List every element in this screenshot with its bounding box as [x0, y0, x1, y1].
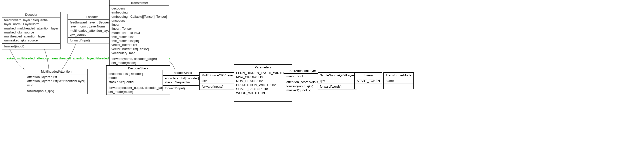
class-multisourceqkvlayer: MultiSourceQKVLayer qkv forward(inputs) — [199, 72, 236, 90]
class-title: Parameters — [234, 65, 292, 70]
class-attrs: decoders embedding embedding : Callable[… — [110, 6, 169, 56]
edge-label-mha-decoder: multiheaded_attention_layer — [53, 56, 94, 60]
class-attrs: START_TOKEN — [355, 78, 382, 84]
class-transformer: Transformer decoders embedding embedding… — [109, 0, 169, 66]
class-attrs: feedforward_layer : Sequential layer_nor… — [2, 17, 60, 44]
class-tokens: Tokens START_TOKEN — [354, 72, 382, 89]
class-title: SelfAttentionLayer — [284, 68, 321, 74]
class-methods — [355, 84, 382, 89]
class-encoderstack: EncoderStack encoders : list[Encoder] st… — [163, 70, 201, 91]
class-attrs: mask : bool — [284, 74, 321, 79]
class-methods: forward(words, decoder_target) set_mode(… — [110, 56, 169, 66]
class-attrs: qkv — [200, 78, 236, 84]
class-methods: forward(encoder_output, decoder_target) … — [107, 85, 170, 95]
class-attrs: name — [384, 78, 413, 84]
class-decoderstack: DecoderStack decoders : list[Decoder] mo… — [106, 65, 170, 95]
class-title: Encoder — [68, 14, 116, 20]
class-methods: attention_scores(qkvs) forward(input_qkv… — [284, 79, 321, 93]
class-title: Decoder — [2, 12, 60, 17]
class-methods: forward(words) — [318, 84, 356, 89]
class-title: Tokens — [355, 73, 382, 78]
class-methods: forward(input_qkv) — [25, 88, 87, 94]
class-singlesourceqkvlayer: SingleSourceQKVLayer qkv forward(words) — [318, 72, 356, 90]
class-methods: forward(input) — [2, 44, 60, 49]
class-title: EncoderStack — [163, 70, 201, 76]
class-methods: forward(input) — [68, 38, 116, 43]
class-attrs: attention_layers : list attention_layers… — [25, 74, 87, 88]
class-transformermode: TransformerMode name — [383, 72, 414, 89]
class-selfattentionlayer: SelfAttentionLayer mask : bool attention… — [284, 68, 321, 93]
class-attrs: encoders : list[Encoder] stack : Sequent… — [163, 76, 201, 86]
class-title: TransformerMode — [384, 73, 413, 78]
class-methods: forward(input) — [163, 86, 201, 91]
class-attrs: qkv — [318, 78, 356, 84]
class-attrs: decoders : list[Decoder] mode stack : Se… — [107, 71, 170, 85]
edge-label-masked-mha: masked_multiheaded_attention_layer — [4, 56, 58, 60]
class-attrs: feedforward_layer : Sequential layer_nor… — [68, 20, 116, 38]
class-encoder: Encoder feedforward_layer : Sequential l… — [68, 14, 116, 43]
class-attrs: FFNN_HIDDEN_LAYER_WIDTH : int MAX_WORDS … — [234, 70, 292, 96]
class-parameters: Parameters FFNN_HIDDEN_LAYER_WIDTH : int… — [234, 64, 292, 102]
class-title: SingleSourceQKVLayer — [318, 73, 356, 78]
class-methods — [384, 84, 413, 89]
class-decoder: Decoder feedforward_layer : Sequential l… — [2, 12, 61, 49]
class-title: MultiheadedAttention — [25, 69, 87, 74]
class-methods — [234, 96, 292, 101]
class-multiheadedattention: MultiheadedAttention attention_layers : … — [25, 69, 88, 94]
class-title: Transformer — [110, 0, 169, 6]
class-title: MultiSourceQKVLayer — [200, 73, 236, 78]
class-title: DecoderStack — [107, 66, 170, 71]
class-methods: forward(inputs) — [200, 84, 236, 89]
